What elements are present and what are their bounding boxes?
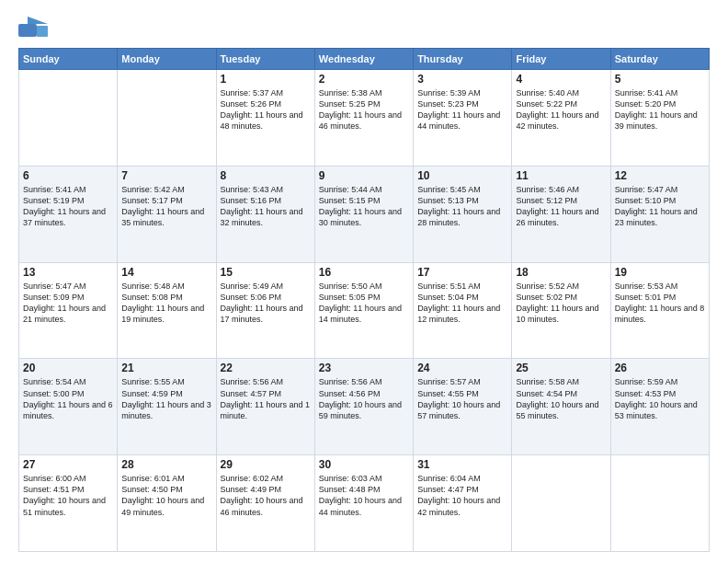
calendar-cell: 20 Sunrise: 5:54 AM Sunset: 5:00 PM Dayl… [19, 359, 118, 455]
sunrise-text: Sunrise: 5:42 AM [121, 184, 211, 195]
sunrise-text: Sunrise: 5:54 AM [23, 376, 113, 387]
calendar-cell: 25 Sunrise: 5:58 AM Sunset: 4:54 PM Dayl… [512, 359, 610, 455]
day-number: 12 [615, 169, 705, 182]
calendar-cell: 29 Sunrise: 6:02 AM Sunset: 4:49 PM Dayl… [216, 455, 314, 552]
cell-content: Sunrise: 5:39 AM Sunset: 5:23 PM Dayligh… [417, 87, 507, 132]
calendar-cell [118, 70, 216, 167]
day-number: 7 [121, 169, 211, 182]
sunrise-text: Sunrise: 5:55 AM [121, 376, 211, 387]
calendar-cell: 4 Sunrise: 5:40 AM Sunset: 5:22 PM Dayli… [512, 70, 610, 167]
day-number: 8 [221, 169, 311, 182]
sunset-text: Sunset: 5:05 PM [319, 292, 409, 303]
calendar-cell: 30 Sunrise: 6:03 AM Sunset: 4:48 PM Dayl… [314, 455, 413, 552]
sunset-text: Sunset: 5:00 PM [23, 388, 113, 399]
sunset-text: Sunset: 4:59 PM [121, 388, 211, 399]
cell-content: Sunrise: 5:54 AM Sunset: 5:00 PM Dayligh… [23, 376, 113, 421]
daylight-text: Daylight: 11 hours and 10 minutes. [516, 303, 606, 325]
weekday-header-cell: Tuesday [216, 49, 314, 70]
sunset-text: Sunset: 4:54 PM [516, 388, 606, 399]
sunset-text: Sunset: 5:12 PM [516, 195, 606, 206]
daylight-text: Daylight: 11 hours and 42 minutes. [516, 109, 606, 132]
day-number: 21 [121, 362, 211, 374]
calendar-week-row: 1 Sunrise: 5:37 AM Sunset: 5:26 PM Dayli… [19, 70, 710, 167]
day-number: 17 [417, 266, 507, 279]
sunset-text: Sunset: 5:15 PM [319, 195, 409, 206]
daylight-text: Daylight: 11 hours and 3 minutes. [121, 399, 211, 421]
day-number: 3 [417, 73, 507, 86]
cell-content: Sunrise: 5:47 AM Sunset: 5:09 PM Dayligh… [23, 281, 113, 326]
day-number: 15 [221, 266, 311, 279]
sunset-text: Sunset: 5:13 PM [417, 195, 507, 206]
calendar-cell [610, 455, 709, 552]
sunset-text: Sunset: 5:10 PM [615, 195, 705, 206]
cell-content: Sunrise: 5:50 AM Sunset: 5:05 PM Dayligh… [319, 281, 409, 326]
sunrise-text: Sunrise: 5:38 AM [319, 87, 409, 98]
calendar-cell: 27 Sunrise: 6:00 AM Sunset: 4:51 PM Dayl… [19, 455, 118, 552]
weekday-header-cell: Wednesday [314, 49, 413, 70]
cell-content: Sunrise: 5:40 AM Sunset: 5:22 PM Dayligh… [516, 87, 606, 132]
day-number: 9 [319, 169, 409, 182]
cell-content: Sunrise: 5:37 AM Sunset: 5:26 PM Dayligh… [221, 87, 311, 132]
page: SundayMondayTuesdayWednesdayThursdayFrid… [0, 0, 728, 563]
daylight-text: Daylight: 10 hours and 42 minutes. [417, 495, 507, 517]
sunrise-text: Sunrise: 5:59 AM [615, 376, 705, 387]
sunset-text: Sunset: 5:01 PM [615, 292, 705, 303]
sunrise-text: Sunrise: 5:53 AM [615, 281, 705, 292]
cell-content: Sunrise: 5:53 AM Sunset: 5:01 PM Dayligh… [615, 281, 705, 326]
daylight-text: Daylight: 11 hours and 19 minutes. [121, 303, 211, 325]
cell-content: Sunrise: 5:55 AM Sunset: 4:59 PM Dayligh… [121, 376, 211, 421]
calendar-cell [512, 455, 610, 552]
cell-content: Sunrise: 5:46 AM Sunset: 5:12 PM Dayligh… [516, 184, 606, 229]
calendar-cell: 23 Sunrise: 5:56 AM Sunset: 4:56 PM Dayl… [314, 359, 413, 455]
day-number: 22 [221, 362, 311, 374]
daylight-text: Daylight: 11 hours and 21 minutes. [23, 303, 113, 325]
daylight-text: Daylight: 11 hours and 35 minutes. [121, 206, 211, 228]
day-number: 31 [417, 458, 507, 471]
daylight-text: Daylight: 11 hours and 1 minute. [221, 399, 311, 421]
cell-content: Sunrise: 5:47 AM Sunset: 5:10 PM Dayligh… [615, 184, 705, 229]
sunset-text: Sunset: 5:17 PM [121, 195, 211, 206]
calendar-cell: 3 Sunrise: 5:39 AM Sunset: 5:23 PM Dayli… [414, 70, 512, 167]
sunset-text: Sunset: 5:19 PM [23, 195, 113, 206]
daylight-text: Daylight: 11 hours and 8 minutes. [615, 303, 705, 325]
cell-content: Sunrise: 5:51 AM Sunset: 5:04 PM Dayligh… [417, 281, 507, 326]
svg-rect-0 [18, 24, 37, 37]
cell-content: Sunrise: 6:03 AM Sunset: 4:48 PM Dayligh… [319, 473, 409, 518]
day-number: 2 [319, 73, 409, 86]
cell-content: Sunrise: 6:02 AM Sunset: 4:49 PM Dayligh… [221, 473, 311, 518]
sunset-text: Sunset: 4:49 PM [221, 484, 311, 495]
daylight-text: Daylight: 11 hours and 23 minutes. [615, 206, 705, 228]
sunrise-text: Sunrise: 6:03 AM [319, 473, 409, 484]
sunrise-text: Sunrise: 5:43 AM [221, 184, 311, 195]
cell-content: Sunrise: 5:41 AM Sunset: 5:20 PM Dayligh… [615, 87, 705, 132]
daylight-text: Daylight: 10 hours and 44 minutes. [319, 495, 409, 517]
sunset-text: Sunset: 5:02 PM [516, 292, 606, 303]
sunrise-text: Sunrise: 6:00 AM [23, 473, 113, 484]
cell-content: Sunrise: 5:56 AM Sunset: 4:57 PM Dayligh… [221, 376, 311, 421]
sunset-text: Sunset: 4:57 PM [221, 388, 311, 399]
sunset-text: Sunset: 5:09 PM [23, 292, 113, 303]
day-number: 19 [615, 266, 705, 279]
cell-content: Sunrise: 5:58 AM Sunset: 4:54 PM Dayligh… [516, 376, 606, 421]
cell-content: Sunrise: 5:56 AM Sunset: 4:56 PM Dayligh… [319, 376, 409, 421]
daylight-text: Daylight: 10 hours and 59 minutes. [319, 399, 409, 421]
svg-rect-2 [37, 26, 48, 37]
calendar-cell: 10 Sunrise: 5:45 AM Sunset: 5:13 PM Dayl… [414, 166, 512, 262]
daylight-text: Daylight: 11 hours and 6 minutes. [23, 399, 113, 421]
cell-content: Sunrise: 5:49 AM Sunset: 5:06 PM Dayligh… [221, 281, 311, 326]
calendar-cell: 5 Sunrise: 5:41 AM Sunset: 5:20 PM Dayli… [610, 70, 709, 167]
weekday-header-cell: Friday [512, 49, 610, 70]
weekday-header-cell: Thursday [414, 49, 512, 70]
calendar-cell: 9 Sunrise: 5:44 AM Sunset: 5:15 PM Dayli… [314, 166, 413, 262]
daylight-text: Daylight: 10 hours and 55 minutes. [516, 399, 606, 421]
sunrise-text: Sunrise: 5:37 AM [221, 87, 311, 98]
daylight-text: Daylight: 11 hours and 12 minutes. [417, 303, 507, 325]
day-number: 10 [417, 169, 507, 182]
day-number: 24 [417, 362, 507, 374]
calendar-cell: 18 Sunrise: 5:52 AM Sunset: 5:02 PM Dayl… [512, 262, 610, 359]
daylight-text: Daylight: 10 hours and 53 minutes. [615, 399, 705, 421]
day-number: 23 [319, 362, 409, 374]
sunset-text: Sunset: 5:04 PM [417, 292, 507, 303]
sunset-text: Sunset: 5:26 PM [221, 98, 311, 109]
daylight-text: Daylight: 11 hours and 14 minutes. [319, 303, 409, 325]
